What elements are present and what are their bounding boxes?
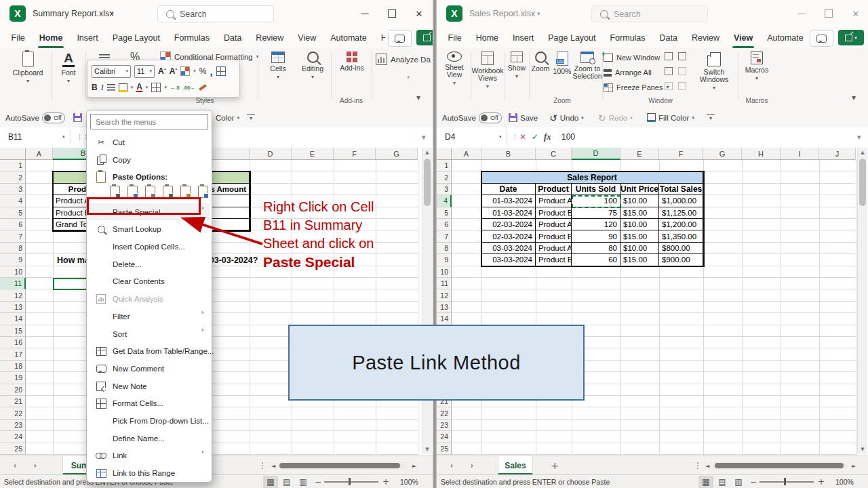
- table-cell[interactable]: 02-03-2024: [481, 219, 536, 230]
- row-header-13[interactable]: 13: [437, 302, 452, 313]
- analyze-data-button[interactable]: Analyze Da: [376, 54, 431, 65]
- page-layout-view-icon[interactable]: ▤: [279, 476, 294, 488]
- table-cell[interactable]: $1,000.00: [659, 195, 703, 207]
- format-painter-brush-icon[interactable]: [199, 84, 207, 91]
- zoom-out-icon[interactable]: −: [746, 476, 761, 488]
- table-cell[interactable]: Product B: [536, 254, 572, 266]
- add-sheet-icon[interactable]: +: [548, 456, 561, 475]
- row-header-13[interactable]: 13: [0, 302, 26, 313]
- increase-decimal-icon[interactable]: ←.0: [170, 85, 180, 91]
- hscrollbar-thumb[interactable]: [715, 463, 844, 468]
- row-header-24[interactable]: 24: [437, 431, 452, 443]
- page-break-view-icon[interactable]: ▥: [731, 476, 746, 488]
- document-title[interactable]: Sales Report.xlsx: [469, 9, 535, 18]
- scroll-up-icon[interactable]: ▲: [858, 148, 867, 157]
- row-header-7[interactable]: 7: [437, 230, 452, 242]
- row-header-8[interactable]: 8: [437, 243, 452, 254]
- decrease-decimal-icon[interactable]: .00→: [183, 85, 195, 91]
- table-cell[interactable]: 60: [572, 254, 620, 266]
- fill-color-button[interactable]: Fill Color ▾: [647, 108, 694, 127]
- row-header-17[interactable]: 17: [0, 348, 26, 360]
- font-name-select[interactable]: Calibri ▾: [92, 65, 131, 78]
- tab-automate[interactable]: Automate: [760, 27, 810, 48]
- row-header-4[interactable]: 4: [0, 195, 26, 207]
- hscrollbar-thumb[interactable]: [279, 463, 400, 468]
- close-button[interactable]: ✕: [408, 0, 430, 27]
- vertical-scrollbar[interactable]: ▲▼: [857, 148, 867, 454]
- cancel-icon[interactable]: ✕: [519, 127, 526, 146]
- minimize-button[interactable]: —: [791, 0, 812, 27]
- autosave-control[interactable]: AutoSave Off: [5, 108, 65, 127]
- menu-item-define-name[interactable]: Define Name...: [88, 430, 210, 447]
- table-cell[interactable]: 03-03-2024: [481, 243, 536, 254]
- column-header-E[interactable]: E: [620, 148, 659, 160]
- row-header-3[interactable]: 3: [437, 184, 452, 195]
- more-dots-icon[interactable]: ⋮: [693, 456, 703, 475]
- zoom-level[interactable]: 100%: [400, 475, 418, 488]
- column-header-G[interactable]: G: [703, 148, 742, 160]
- spreadsheet-grid[interactable]: ABCDEFGHIJ123456789101112131415161718192…: [437, 146, 868, 455]
- row-header-24[interactable]: 24: [0, 431, 26, 443]
- vertical-scrollbar[interactable]: ▲▼: [422, 148, 432, 454]
- cells-group[interactable]: Cells ▾: [263, 52, 293, 80]
- column-header-D[interactable]: D: [250, 148, 292, 160]
- column-header-G[interactable]: G: [376, 148, 418, 160]
- close-button[interactable]: ✕: [845, 0, 867, 27]
- menu-item-link-to-this-range[interactable]: Link to this Range: [88, 464, 210, 482]
- vscrollbar-thumb[interactable]: [859, 159, 866, 206]
- qat-overflow-button[interactable]: ▾: [247, 108, 255, 127]
- row-header-5[interactable]: 5: [437, 207, 452, 219]
- freeze-panes-button[interactable]: Freeze Panes ▾: [604, 81, 669, 94]
- tab-review[interactable]: Review: [684, 27, 726, 48]
- scroll-up-icon[interactable]: ▲: [422, 148, 432, 157]
- next-sheet-icon[interactable]: ›: [27, 456, 43, 475]
- row-header-22[interactable]: 22: [437, 407, 452, 419]
- row-header-3[interactable]: 3: [0, 184, 26, 195]
- table-cell[interactable]: Product B: [536, 230, 572, 242]
- arrange-all-button[interactable]: Arrange All: [604, 66, 652, 79]
- table-cell[interactable]: Product A: [536, 243, 572, 254]
- row-header-1[interactable]: 1: [437, 160, 452, 171]
- tab-page-layout[interactable]: Page Layout: [105, 27, 167, 48]
- row-header-9[interactable]: 9: [437, 254, 452, 266]
- chevron-down-icon[interactable]: ▾: [537, 10, 540, 17]
- column-header-E[interactable]: E: [292, 148, 334, 160]
- tab-automate[interactable]: Automate: [323, 27, 374, 48]
- table-cell[interactable]: $10.00: [620, 243, 659, 254]
- autosave-toggle[interactable]: Off: [479, 113, 502, 123]
- row-header-10[interactable]: 10: [0, 266, 26, 278]
- column-header-F[interactable]: F: [334, 148, 376, 160]
- sheet-tab-sales[interactable]: Sales: [498, 456, 533, 474]
- zoom-level[interactable]: 100%: [835, 475, 854, 488]
- row-header-12[interactable]: 12: [0, 289, 26, 301]
- tab-data[interactable]: Data: [652, 27, 684, 48]
- row-header-6[interactable]: 6: [437, 219, 452, 230]
- paste-link-icon[interactable]: [198, 186, 208, 198]
- menu-item-new-note[interactable]: New Note: [88, 378, 210, 395]
- name-box[interactable]: B11 ▾: [3, 129, 71, 144]
- zoom-in-icon[interactable]: +: [814, 476, 829, 488]
- zoom-100-button[interactable]: 100%: [552, 52, 572, 75]
- scroll-left-icon[interactable]: ◄: [703, 456, 712, 475]
- autosave-toggle[interactable]: Off: [42, 113, 65, 123]
- column-header-A[interactable]: A: [26, 148, 53, 160]
- row-header-11[interactable]: 11: [437, 278, 452, 289]
- clipboard-group[interactable]: Clipboard ▾: [7, 52, 49, 84]
- prev-sheet-icon[interactable]: ‹: [7, 456, 23, 475]
- column-header-D[interactable]: D: [572, 148, 620, 160]
- tab-home[interactable]: Home: [469, 27, 505, 48]
- expand-formula-bar-icon[interactable]: ▾: [857, 127, 861, 146]
- page-break-view-icon[interactable]: ▥: [296, 476, 311, 488]
- row-header-1[interactable]: 1: [0, 160, 26, 171]
- zoom-slider-knob[interactable]: [784, 478, 786, 485]
- row-header-22[interactable]: 22: [0, 407, 26, 419]
- table-colheader-product[interactable]: Product: [536, 184, 572, 195]
- select-all-corner[interactable]: [437, 148, 452, 160]
- column-header-J[interactable]: J: [819, 148, 856, 160]
- tab-home[interactable]: Home: [32, 27, 70, 48]
- more-dots-icon[interactable]: ⋮: [76, 127, 83, 146]
- save-button[interactable]: [73, 108, 82, 127]
- menu-item-sort[interactable]: Sort›: [88, 325, 210, 343]
- column-header-H[interactable]: H: [742, 148, 781, 160]
- table-colheader-date[interactable]: Date: [481, 184, 536, 195]
